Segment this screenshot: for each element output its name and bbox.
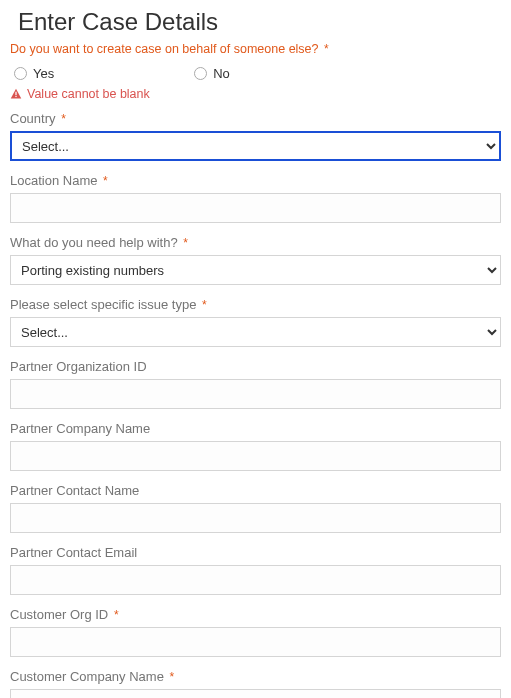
field-partner-contact-name: Partner Contact Name (10, 483, 501, 533)
country-label-text: Country (10, 111, 56, 126)
field-partner-company: Partner Company Name (10, 421, 501, 471)
required-star-icon: * (324, 42, 329, 56)
partner-org-id-label-text: Partner Organization ID (10, 359, 147, 374)
country-select[interactable]: Select... (10, 131, 501, 161)
country-label: Country * (10, 111, 501, 126)
field-help-with: What do you need help with? * Porting ex… (10, 235, 501, 285)
behalf-radio-group: Yes No (14, 66, 501, 81)
behalf-error-text: Value cannot be blank (27, 87, 150, 101)
required-star-icon: * (61, 112, 66, 126)
partner-org-id-input[interactable] (10, 379, 501, 409)
radio-no-label: No (213, 66, 230, 81)
svg-rect-1 (15, 96, 16, 97)
warning-triangle-icon (10, 88, 22, 100)
customer-org-id-input[interactable] (10, 627, 501, 657)
location-name-label: Location Name * (10, 173, 501, 188)
partner-company-input[interactable] (10, 441, 501, 471)
partner-company-label: Partner Company Name (10, 421, 501, 436)
required-star-icon: * (202, 298, 207, 312)
field-customer-org-id: Customer Org ID * (10, 607, 501, 657)
partner-org-id-label: Partner Organization ID (10, 359, 501, 374)
behalf-error: Value cannot be blank (10, 87, 501, 101)
partner-contact-email-label-text: Partner Contact Email (10, 545, 137, 560)
radio-circle-icon (14, 67, 27, 80)
partner-contact-email-label: Partner Contact Email (10, 545, 501, 560)
customer-company-label-text: Customer Company Name (10, 669, 164, 684)
help-with-select[interactable]: Porting existing numbers (10, 255, 501, 285)
partner-contact-email-input[interactable] (10, 565, 501, 595)
issue-type-select[interactable]: Select... (10, 317, 501, 347)
behalf-question-text: Do you want to create case on behalf of … (10, 42, 319, 56)
customer-org-id-label: Customer Org ID * (10, 607, 501, 622)
field-partner-org-id: Partner Organization ID (10, 359, 501, 409)
partner-contact-name-input[interactable] (10, 503, 501, 533)
location-name-label-text: Location Name (10, 173, 97, 188)
customer-company-label: Customer Company Name * (10, 669, 501, 684)
partner-contact-name-label-text: Partner Contact Name (10, 483, 139, 498)
required-star-icon: * (103, 174, 108, 188)
radio-circle-icon (194, 67, 207, 80)
partner-contact-name-label: Partner Contact Name (10, 483, 501, 498)
issue-type-label-text: Please select specific issue type (10, 297, 196, 312)
radio-no[interactable]: No (194, 66, 230, 81)
field-customer-company: Customer Company Name * (10, 669, 501, 698)
field-partner-contact-email: Partner Contact Email (10, 545, 501, 595)
customer-company-input[interactable] (10, 689, 501, 698)
location-name-input[interactable] (10, 193, 501, 223)
help-with-label: What do you need help with? * (10, 235, 501, 250)
customer-org-id-label-text: Customer Org ID (10, 607, 108, 622)
svg-rect-0 (15, 92, 16, 95)
issue-type-label: Please select specific issue type * (10, 297, 501, 312)
required-star-icon: * (183, 236, 188, 250)
behalf-question: Do you want to create case on behalf of … (10, 42, 501, 56)
field-location-name: Location Name * (10, 173, 501, 223)
page-title: Enter Case Details (18, 8, 501, 36)
radio-yes[interactable]: Yes (14, 66, 54, 81)
required-star-icon: * (170, 670, 175, 684)
field-country: Country * Select... (10, 111, 501, 161)
field-issue-type: Please select specific issue type * Sele… (10, 297, 501, 347)
required-star-icon: * (114, 608, 119, 622)
radio-yes-label: Yes (33, 66, 54, 81)
partner-company-label-text: Partner Company Name (10, 421, 150, 436)
help-with-label-text: What do you need help with? (10, 235, 178, 250)
